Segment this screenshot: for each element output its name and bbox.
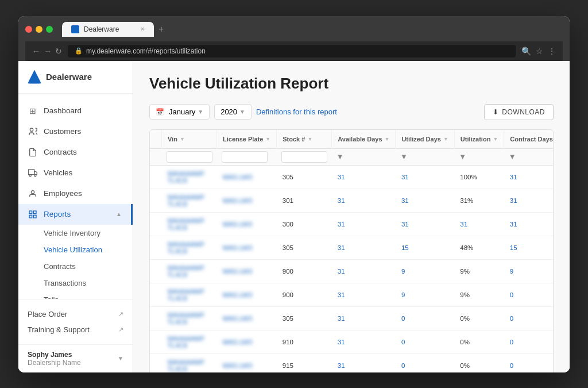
- search-icon[interactable]: 🔍: [521, 47, 531, 56]
- user-menu-icon[interactable]: ▼: [118, 355, 123, 362]
- sidebar-item-customers[interactable]: Customers: [18, 121, 133, 142]
- vin-cell: WA4AAAWF TL4C8: [162, 306, 217, 330]
- year-select[interactable]: 2020 ▼: [214, 104, 252, 120]
- active-tab[interactable]: Dealerware ✕: [62, 22, 154, 37]
- user-details: Sophy James Dealership Name: [28, 351, 81, 367]
- sidebar-item-label: Reports: [44, 210, 71, 218]
- filter-contract-days[interactable]: ▼: [504, 148, 554, 165]
- bookmark-icon[interactable]: ☆: [536, 47, 543, 56]
- table-row[interactable]: WA4AAAWF TL4C8WAS.LW3305311548%1548%2: [150, 236, 554, 259]
- more-options-icon[interactable]: ⋮: [548, 47, 556, 56]
- month-select[interactable]: 📅 January ▼: [149, 104, 210, 120]
- table-row[interactable]: WA4AAAWF TL4C8WAS.LW3301313131%3179%1: [150, 189, 554, 212]
- contract-days-cell: 0: [504, 306, 554, 330]
- utilized-days-cell: 0: [396, 306, 454, 330]
- table-row[interactable]: WA4AAAWF TL4C8WAS.LW39103100%00%0: [150, 330, 554, 354]
- th-available-days[interactable]: Available Days ▼: [332, 130, 396, 149]
- row-checkbox: [150, 212, 162, 236]
- filter-utilization[interactable]: ▼: [454, 148, 504, 165]
- contract-days-cell: 0: [504, 354, 554, 372]
- contract-days-cell: 31: [504, 165, 554, 189]
- license-plate-cell: WAS.LW3: [217, 283, 277, 306]
- download-button[interactable]: ⬇ DOWNLOAD: [484, 104, 554, 120]
- sidebar-item-contracts[interactable]: Contracts: [18, 142, 133, 163]
- sidebar-item-dashboard[interactable]: ⊞ Dashboard: [18, 101, 133, 121]
- tab-close-icon[interactable]: ✕: [140, 26, 145, 32]
- utilized-days-cell: 31: [396, 212, 454, 236]
- table-row[interactable]: WA4AAAWF TL4C8WAS.LW33003131313179%1: [150, 212, 554, 236]
- available-days-cell: 31: [332, 165, 396, 189]
- refresh-button[interactable]: ↻: [55, 47, 62, 56]
- sidebar-item-label: Employees: [44, 189, 82, 198]
- filter-stock[interactable]: [277, 148, 332, 165]
- filter-vin[interactable]: [162, 148, 217, 165]
- sort-icon: ▼: [180, 136, 185, 142]
- utilization-cell: 100%: [454, 165, 504, 189]
- table-row[interactable]: WA4AAAWF TL4C8WAS.LW39003199%99%1: [150, 259, 554, 283]
- date-filters: 📅 January ▼ 2020 ▼ Definitions for this …: [149, 104, 337, 120]
- utilization-cell: 0%: [454, 354, 504, 372]
- maximize-button[interactable]: [46, 26, 53, 33]
- new-tab-button[interactable]: +: [158, 24, 164, 34]
- stock-cell: 305: [277, 236, 332, 259]
- reports-icon: [28, 209, 38, 220]
- svg-point-3: [29, 174, 31, 176]
- url-bar[interactable]: 🔒 my.dealerware.com/#/reports/utilizatio…: [68, 45, 516, 57]
- close-button[interactable]: [25, 26, 32, 33]
- place-order-link[interactable]: Place Order ↗: [28, 306, 123, 322]
- available-days-cell: 31: [332, 236, 396, 259]
- svg-rect-6: [29, 211, 32, 214]
- definitions-link[interactable]: Definitions for this report: [256, 107, 337, 116]
- th-vin[interactable]: Vin ▼: [162, 130, 217, 149]
- sub-nav-transactions[interactable]: Transactions: [18, 275, 133, 291]
- utilization-table: Vin ▼ License Plate ▼: [150, 130, 554, 372]
- back-button[interactable]: ←: [32, 47, 40, 56]
- page-title: Vehicle Utilization Report: [149, 75, 554, 93]
- stock-cell: 915: [277, 354, 332, 372]
- th-license-plate[interactable]: License Plate ▼: [217, 130, 277, 149]
- browser-window: Dealerware ✕ + ← → ↻ 🔒 my.dealerware.com…: [18, 16, 570, 372]
- minimize-button[interactable]: [36, 26, 42, 33]
- available-filter-button[interactable]: ▼: [336, 152, 344, 161]
- sub-nav-tolls[interactable]: Tolls: [18, 291, 133, 299]
- th-stock[interactable]: Stock # ▼: [277, 130, 332, 149]
- filter-available[interactable]: ▼: [332, 148, 396, 165]
- contract-days-cell: 0: [504, 283, 554, 306]
- contract-days-filter-button[interactable]: ▼: [509, 152, 516, 161]
- available-days-cell: 31: [332, 189, 396, 212]
- utilization-cell: 0%: [454, 306, 504, 330]
- contract-days-cell: 0: [504, 330, 554, 354]
- filter-license[interactable]: [217, 148, 277, 165]
- sort-icon: ▼: [443, 136, 448, 142]
- utilization-filter-button[interactable]: ▼: [459, 152, 466, 161]
- utilization-cell: 48%: [454, 236, 504, 259]
- utilization-cell: 9%: [454, 259, 504, 283]
- sidebar-item-employees[interactable]: Employees: [18, 183, 133, 204]
- sub-nav-contracts[interactable]: Contracts: [18, 258, 133, 275]
- svg-point-0: [30, 128, 33, 131]
- year-label: 2020: [220, 107, 237, 116]
- table-row[interactable]: WA4AAAWF TL4C8WAS.LW39003199%09%0: [150, 283, 554, 306]
- sidebar: Dealerware ⊞ Dashboard Customers: [18, 61, 133, 372]
- sub-nav-vehicle-inventory[interactable]: Vehicle Inventory: [18, 225, 133, 241]
- stock-filter-input[interactable]: [281, 151, 327, 163]
- th-contract-days[interactable]: Contract Days ▼: [504, 130, 554, 149]
- table-row[interactable]: WA4AAAWF TL4C8WAS.LW39153100%00%0: [150, 354, 554, 372]
- th-utilization[interactable]: Utilization ▼: [454, 130, 504, 149]
- sort-icon: ▼: [493, 136, 498, 142]
- table-row[interactable]: WA4AAAWF TL4C8WAS.LW33053100%00%0: [150, 306, 554, 330]
- table-row[interactable]: WA4AAAWF TL4C8WAS.LW33053131100%31100%5: [150, 165, 554, 189]
- main-content: Vehicle Utilization Report 📅 January ▼ 2…: [133, 61, 570, 372]
- th-utilized-days[interactable]: Utilized Days ▼: [396, 130, 454, 149]
- sub-nav-vehicle-utilization[interactable]: Vehicle Utilization: [18, 241, 133, 258]
- utilized-days-cell: 9: [396, 283, 454, 306]
- forward-button[interactable]: →: [44, 47, 52, 56]
- training-support-link[interactable]: Training & Support ↗: [28, 322, 123, 337]
- contract-days-cell: 31: [504, 189, 554, 212]
- sidebar-item-reports[interactable]: Reports ▲: [18, 204, 133, 225]
- filter-utilized[interactable]: ▼: [396, 148, 454, 165]
- license-filter-input[interactable]: [222, 151, 268, 163]
- sidebar-item-vehicles[interactable]: Vehicles: [18, 163, 133, 183]
- vin-filter-input[interactable]: [167, 151, 212, 163]
- utilized-filter-button[interactable]: ▼: [400, 152, 408, 161]
